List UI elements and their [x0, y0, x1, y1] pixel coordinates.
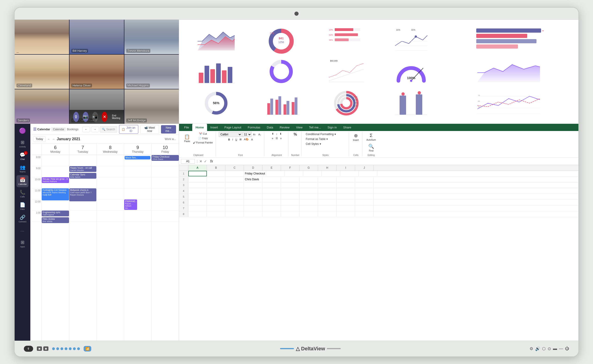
cell-e1[interactable] [266, 171, 285, 176]
video-cell-5[interactable]: Helena Oliver [69, 55, 124, 89]
slot-thu-12[interactable]: (Optional)... Rayan ... Nithish Dh... Mo… [124, 200, 152, 211]
slot-mon-12[interactable] [42, 200, 69, 211]
cell-b3[interactable] [207, 182, 225, 188]
formula-confirm-button[interactable]: ✓ [204, 159, 207, 163]
cell-f8[interactable] [281, 211, 300, 217]
cell-h4[interactable] [318, 188, 337, 194]
cell-c3[interactable] [225, 182, 244, 188]
sidebar-item-more[interactable]: ··· [16, 225, 28, 237]
cell-a5[interactable] [188, 194, 207, 200]
cell-f3[interactable] [281, 182, 300, 188]
align-top-button[interactable]: ⬆ [271, 132, 275, 136]
meet-now-button[interactable]: 📹 Meet now [140, 125, 159, 134]
cell-j5[interactable] [355, 194, 374, 200]
font-size-select[interactable]: 11 [242, 132, 252, 137]
align-center-button[interactable]: ☰ [275, 136, 279, 140]
percent-button[interactable]: % [293, 132, 298, 137]
cut-button[interactable]: ✂️ Cut [192, 132, 214, 136]
cell-d5[interactable] [244, 194, 262, 200]
video-cell-8[interactable]: Ellie Carmichael 🎙 📷 📲 ✕ End Meeting [69, 89, 124, 124]
cell-f1[interactable] [285, 171, 303, 176]
format-as-table-button[interactable]: Format as Table ▾ [304, 137, 347, 141]
cell-i1[interactable] [340, 171, 359, 176]
nav-dot-4[interactable] [65, 347, 67, 350]
view-label[interactable]: Work w... [165, 137, 176, 141]
tab-page-layout[interactable]: Page Layout [221, 124, 245, 131]
slot-thu-11[interactable] [124, 188, 152, 200]
cell-f4[interactable] [281, 188, 300, 194]
search-input[interactable]: 🔍 Search [100, 126, 117, 133]
slot-thu-9[interactable] [124, 166, 152, 177]
nav-dot-6[interactable] [73, 347, 76, 350]
slot-tue-1[interactable] [69, 211, 97, 222]
video-cell-9[interactable]: Jeff McBridge [124, 89, 179, 124]
cell-g5[interactable] [300, 194, 318, 200]
event-happy-hours[interactable]: Happy hours - on call Darren Mouton [69, 166, 97, 172]
cell-h3[interactable] [318, 182, 337, 188]
cell-i8[interactable] [337, 211, 355, 217]
bookings-tab[interactable]: Bookings [67, 128, 78, 131]
cell-g1[interactable] [303, 171, 322, 176]
event-engineering[interactable]: Engineering sync Aadi Kapoor [42, 211, 69, 216]
slot-tue-10[interactable] [69, 177, 97, 188]
cell-d4[interactable] [244, 188, 262, 194]
event-mock[interactable]: Mock Rev... [125, 156, 151, 159]
col-header-b[interactable]: B [207, 165, 225, 170]
sidebar-item-activity[interactable]: ⊞ Activity [16, 138, 28, 150]
cell-h8[interactable] [318, 211, 337, 217]
cell-a1[interactable] [188, 171, 207, 176]
align-mid-button[interactable]: ↕ [275, 132, 279, 136]
slot-thu-10[interactable] [124, 177, 152, 188]
tab-share[interactable]: Share [340, 124, 355, 131]
cell-c7[interactable] [225, 206, 244, 211]
cell-c2[interactable] [225, 176, 244, 182]
tab-home[interactable]: Home [192, 124, 207, 131]
tab-insert[interactable]: Insert [207, 124, 221, 131]
slot-fri-9[interactable] [152, 166, 179, 177]
nav-dot-3[interactable] [60, 347, 63, 350]
cell-b8[interactable] [207, 211, 225, 217]
cell-j2[interactable] [355, 176, 374, 182]
cell-a2[interactable] [188, 176, 207, 182]
calendar-tab[interactable]: Calendar [51, 127, 66, 131]
event-files[interactable]: Files review Eric Ishida [42, 217, 69, 223]
cell-g8[interactable] [300, 211, 318, 217]
cell-d2[interactable]: Chris Davis [244, 176, 262, 182]
col-header-e[interactable]: E [262, 165, 281, 170]
event-midweek[interactable]: Midweek check-in Conf room perth floor 7… [69, 188, 97, 201]
cell-e8[interactable] [262, 211, 281, 217]
battery-icon[interactable]: ▬ [553, 346, 557, 351]
tab-review[interactable]: Review [276, 124, 293, 131]
slot-mon-1[interactable]: Engineering sync Aadi Kapoor Files revie… [42, 211, 69, 222]
camera-button[interactable]: 📷 [83, 112, 88, 122]
autosum-button[interactable]: Σ AutoSum [365, 132, 377, 142]
slot-thu-1[interactable] [124, 211, 152, 222]
tab-sign-in[interactable]: Sign in [324, 124, 340, 131]
cell-b4[interactable] [207, 188, 225, 194]
cell-d7[interactable] [244, 206, 262, 211]
cell-f6[interactable] [281, 200, 300, 205]
tab-tell-me[interactable]: Tell me... [306, 124, 324, 131]
paste-button[interactable]: 📋 Paste [183, 133, 192, 143]
sidebar-item-chat[interactable]: 💬 Chat 1 [16, 150, 28, 162]
wireless-icon[interactable]: 📶 [84, 346, 91, 351]
tab-data[interactable]: Data [264, 124, 276, 131]
event-recap[interactable]: Recap: How we grow - it Nalista Rathore [42, 177, 69, 183]
cell-f2[interactable] [281, 176, 300, 182]
cell-d8[interactable] [244, 211, 262, 217]
bluetooth-icon[interactable]: ⬡ [542, 346, 546, 351]
slot-fri-1[interactable] [152, 211, 179, 222]
wifi-icon[interactable]: ⊙ [548, 346, 551, 351]
fill-color-button[interactable]: A🎨 [243, 137, 250, 141]
slot-wed-8[interactable] [97, 155, 124, 166]
formula-cancel-button[interactable]: ✕ [200, 159, 202, 163]
cell-g4[interactable] [300, 188, 318, 194]
cell-b1[interactable] [207, 171, 225, 176]
nav-next-button[interactable]: → [91, 127, 99, 132]
event-fortnightly[interactable]: Fortnightly Crit Session Microsoft Teams… [42, 188, 69, 200]
event-friday[interactable]: Friday Checkout Chris Davis [152, 155, 179, 161]
cell-i7[interactable] [337, 206, 355, 211]
slot-wed-9[interactable] [97, 166, 124, 177]
sidebar-item-calls[interactable]: 📞 Calls [16, 188, 28, 200]
video-cell-7[interactable]: Senders [15, 89, 69, 124]
